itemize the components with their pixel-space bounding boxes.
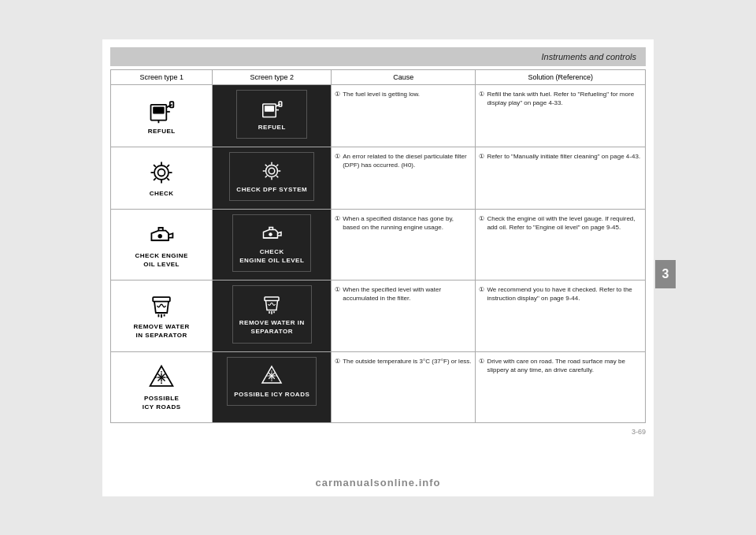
screen-type-1-refuel: REFUEL (111, 84, 213, 147)
table-row: CHECK (111, 147, 646, 209)
check-label-1: CHECK (150, 189, 174, 198)
engine-oil-icon-dark (260, 221, 284, 245)
svg-rect-6 (265, 106, 274, 112)
engine-oil-icon-light (147, 221, 176, 249)
svg-line-28 (276, 164, 278, 165)
refuel-label-1: REFUEL (148, 127, 176, 136)
svg-rect-1 (153, 106, 164, 113)
table-row: REMOVE WATERIN SEPARATOR REMOVE (111, 281, 646, 351)
table-row: POSSIBLEICY ROADS (111, 351, 646, 422)
engine-oil-label-1: CHECK ENGINEOIL LEVEL (135, 251, 187, 269)
svg-point-47 (161, 371, 162, 373)
svg-line-19 (154, 178, 156, 180)
cause-water: When the specified level with water accu… (332, 281, 476, 351)
solution-icy: Drive with care on road. The road surfac… (476, 351, 646, 422)
refuel-icon-light (147, 96, 176, 124)
svg-point-11 (158, 169, 165, 176)
svg-point-58 (267, 375, 269, 377)
cause-refuel: The fuel level is getting low. (332, 84, 476, 147)
col-screen-type-1: Screen type 1 (111, 69, 213, 84)
engine-oil-label-2: CHECKENGINE OIL LEVEL (239, 247, 304, 265)
water-separator-icon-dark (260, 292, 284, 316)
refuel-icon-dark (260, 97, 284, 121)
table-row: CHECK ENGINEOIL LEVEL CHECKENGINE OIL LE… (111, 209, 646, 280)
refuel-label-2: REFUEL (258, 123, 286, 132)
svg-point-21 (269, 168, 276, 174)
cause-oil: When a specified distance has gone by, b… (332, 209, 476, 280)
svg-point-30 (158, 234, 162, 238)
check-dpf-icon-dark (260, 159, 284, 183)
icy-label-1: POSSIBLEICY ROADS (143, 394, 181, 411)
svg-line-17 (167, 178, 169, 180)
svg-line-26 (265, 164, 267, 165)
svg-point-20 (266, 165, 278, 176)
solution-refuel: Refill the tank with fuel. Refer to "Ref… (476, 84, 646, 147)
screen-type-1-water: REMOVE WATERIN SEPARATOR (111, 281, 213, 351)
check-dpf-label-2: CHECK DPF SYSTEM (236, 185, 307, 194)
section-number: 3 (655, 260, 676, 288)
screen-type-2-icy: POSSIBLE ICY ROADS (213, 351, 332, 422)
cause-check: An error related to the diesel particula… (332, 147, 476, 209)
col-cause: Cause (332, 69, 476, 84)
icy-roads-icon-dark (260, 364, 284, 388)
screen-type-1-icy: POSSIBLEICY ROADS (111, 351, 213, 422)
check-dpf-icon-light (147, 158, 176, 187)
col-solution: Solution (Reference) (476, 69, 646, 84)
svg-point-49 (155, 377, 157, 378)
solution-oil: Check the engine oil with the level gaug… (476, 209, 646, 280)
svg-point-59 (272, 380, 273, 381)
screen-type-2-refuel: REFUEL (213, 84, 332, 147)
screen-type-2-check: CHECK DPF SYSTEM (213, 147, 332, 209)
svg-rect-38 (265, 297, 279, 301)
solution-water: We recommend you to have it checked. Ref… (476, 281, 646, 351)
icy-label-2: POSSIBLE ICY ROADS (234, 390, 309, 399)
page-number: 3-69 (110, 428, 646, 436)
screen-type-1-oil: CHECK ENGINEOIL LEVEL (111, 209, 213, 280)
svg-point-57 (276, 375, 278, 377)
cause-icy: The outside temperature is 3°C (37°F) or… (332, 351, 476, 422)
warning-indicators-table: Screen type 1 Screen type 2 Cause Soluti… (110, 69, 646, 424)
watermark: carmanualsonline.info (268, 477, 488, 489)
svg-point-48 (166, 377, 168, 378)
svg-point-56 (272, 370, 273, 372)
col-screen-type-2: Screen type 2 (213, 69, 332, 84)
water-separator-icon-light (147, 292, 176, 320)
screen-type-1-check: CHECK (111, 147, 213, 209)
water-label-2: REMOVE WATER INSEPARATOR (239, 318, 305, 336)
header-title: Instruments and controls (542, 52, 636, 61)
svg-point-32 (269, 232, 273, 236)
table-row: REFUEL REFUEL (111, 84, 646, 147)
screen-type-2-water: REMOVE WATER INSEPARATOR (213, 281, 332, 351)
icy-roads-icon-light (147, 363, 176, 392)
svg-line-27 (276, 176, 278, 177)
svg-point-50 (161, 382, 162, 384)
svg-line-16 (154, 165, 156, 167)
solution-check: Refer to "Manually initiate filter clean… (476, 147, 646, 209)
svg-line-29 (265, 176, 267, 177)
svg-rect-34 (153, 297, 170, 301)
svg-point-10 (154, 165, 169, 180)
section-header: Instruments and controls (110, 47, 646, 66)
screen-type-2-oil: CHECKENGINE OIL LEVEL (213, 209, 332, 280)
water-label-1: REMOVE WATERIN SEPARATOR (134, 322, 190, 340)
svg-line-18 (167, 165, 169, 167)
